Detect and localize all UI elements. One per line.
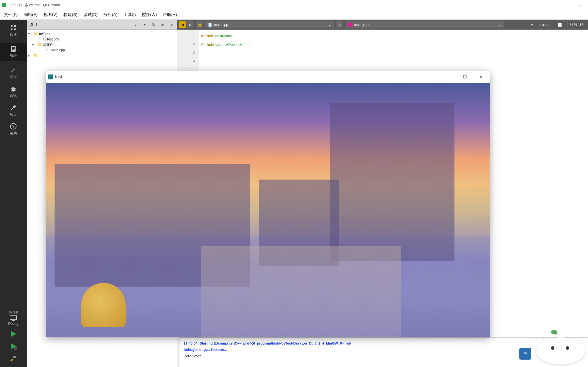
split-icon[interactable]: ◫ [168, 21, 175, 28]
tree-root-label: cvTest [39, 32, 50, 36]
tree-sources-group[interactable]: ▾ 📁 源文件 [27, 42, 177, 47]
activity-welcome[interactable]: 欢迎 [10, 24, 17, 37]
project-panel-title: 项目 [29, 22, 130, 27]
mascot-body [536, 337, 586, 365]
window-title: main.cpp @ cvTest - Qt Creator [8, 3, 60, 7]
document-icon [10, 45, 17, 52]
menu-file[interactable]: 文件(F) [1, 11, 20, 18]
line-number: 2 [177, 40, 195, 48]
close-button[interactable]: ✕ [474, 73, 488, 81]
image-window-title: test [55, 74, 62, 79]
activity-help[interactable]: ? 帮助 [10, 123, 17, 136]
activity-project[interactable]: 项目 [10, 104, 17, 117]
help-icon: ? [10, 123, 17, 130]
hammer-icon [9, 355, 17, 363]
status-line-ending[interactable]: CRLF [538, 21, 552, 28]
cpp-file-icon: 📄 [45, 48, 49, 52]
menu-analyze[interactable]: 分析(A) [101, 11, 120, 18]
activity-help-label: 帮助 [10, 131, 17, 136]
nav-forward-button[interactable]: ▶ [187, 21, 194, 28]
svg-rect-14 [13, 356, 16, 358]
play-bug-icon [9, 342, 17, 350]
target-selector[interactable]: cvTest Debug [8, 310, 18, 326]
maximize-button[interactable]: ☐ [458, 73, 472, 81]
current-file-label: main.cpp [214, 23, 228, 27]
svg-point-8 [12, 87, 15, 92]
menu-view[interactable]: 视图(V) [41, 11, 60, 18]
add-icon[interactable]: ⊞ [159, 21, 166, 28]
file-selector[interactable]: 📄 main.cpp ⌄ [205, 21, 334, 28]
build-button[interactable] [9, 355, 17, 363]
activity-bar: 欢迎 编辑 设计 调试 项目 ? 帮助 cvTest Debug [0, 20, 27, 367]
line-number: 4 [177, 57, 195, 65]
project-icon: 📁 [33, 32, 38, 36]
ime-label: 中 [524, 351, 527, 356]
svg-rect-7 [12, 49, 14, 50]
pencil-icon [10, 67, 17, 73]
symbol-icon [347, 22, 353, 28]
expand-icon[interactable]: ▾ [32, 43, 36, 47]
activity-editor-label: 编辑 [10, 54, 17, 58]
status-encoding[interactable]: 📄 [555, 21, 565, 28]
tree-collapsed-item[interactable]: ▸ 📁 [27, 53, 177, 58]
target-config: Debug [8, 322, 18, 326]
minimize-button[interactable]: — [575, 1, 586, 9]
activity-debug[interactable]: 调试 [10, 85, 17, 98]
tree-main-label: main.cpp [51, 48, 65, 52]
status-hash[interactable]: # [528, 21, 535, 28]
current-symbol-label: main(): int [354, 23, 369, 27]
chevron-down-icon[interactable]: ⌄ [132, 21, 139, 28]
run-button[interactable] [9, 330, 17, 338]
opencv-image-window: test — ☐ ✕ [46, 71, 490, 337]
status-line-number[interactable]: 行号: 18 [567, 21, 586, 28]
nav-back-button[interactable]: ◀ [179, 21, 186, 28]
ime-indicator[interactable]: 中 [519, 348, 531, 360]
code-include: <opencv2/opencv.hpp> [215, 43, 251, 47]
app-icon [2, 3, 6, 7]
play-icon [9, 330, 17, 338]
menu-tools[interactable]: 工具(I) [121, 11, 138, 18]
image-region [201, 246, 401, 337]
lock-icon[interactable]: 🔓 [196, 21, 203, 28]
menu-widgets[interactable]: 控件(W) [139, 11, 159, 18]
cpp-file-icon: 📄 [208, 23, 212, 27]
symbol-selector[interactable]: main(): int ⌄ [346, 21, 504, 28]
activity-editor[interactable]: 编辑 [0, 43, 27, 61]
tree-pro-label: cvTest.pro [43, 37, 59, 41]
debug-run-button[interactable] [9, 342, 17, 350]
tree-pro-file[interactable]: 📄 cvTest.pro [27, 37, 177, 42]
minimize-button[interactable]: — [442, 73, 456, 81]
chevron-down-icon: ⌄ [498, 23, 501, 27]
activity-debug-label: 调试 [10, 94, 17, 98]
titlebar: main.cpp @ cvTest - Qt Creator — [0, 0, 588, 10]
code-keyword: #include [201, 34, 215, 38]
image-region [330, 103, 454, 261]
menubar: 文件(F) 编辑(E) 视图(V) 构建(B) 调试(D) 分析(A) 工具(I… [0, 10, 588, 20]
menu-edit[interactable]: 编辑(E) [21, 11, 40, 18]
leaf-icon [551, 330, 557, 334]
close-file-button[interactable]: ✕ [336, 21, 343, 28]
tree-root[interactable]: ▾ 📁 cvTest [27, 31, 177, 37]
svg-rect-11 [10, 316, 17, 320]
mascot-eye [566, 346, 569, 350]
svg-rect-6 [12, 48, 15, 49]
filter-icon[interactable]: ▾ [141, 21, 148, 28]
line-number: 1 [177, 32, 195, 40]
activity-project-label: 项目 [10, 112, 17, 117]
menu-debug[interactable]: 调试(D) [81, 11, 100, 18]
image-window-titlebar[interactable]: test — ☐ ✕ [46, 71, 490, 83]
window-icon [48, 74, 53, 79]
expand-icon[interactable]: ▾ [28, 32, 32, 36]
activity-design[interactable]: 设计 [10, 67, 17, 79]
svg-rect-12 [12, 320, 15, 321]
output-line: 17:45:04: Starting E:\computer\C++_plan\… [184, 340, 584, 347]
project-panel-header: 项目 ⌄ ▾ ⧉ ⊞ ◫ [27, 20, 177, 30]
link-icon[interactable]: ⧉ [150, 21, 157, 28]
collapse-icon[interactable]: ▸ [28, 54, 32, 57]
bug-icon [10, 85, 17, 92]
menu-build[interactable]: 构建(B) [61, 11, 80, 18]
displayed-image [46, 83, 490, 337]
tree-main-cpp[interactable]: 📄 main.cpp [27, 47, 177, 53]
menu-help[interactable]: 帮助(H) [160, 11, 179, 18]
tree-sources-label: 源文件 [43, 42, 53, 47]
